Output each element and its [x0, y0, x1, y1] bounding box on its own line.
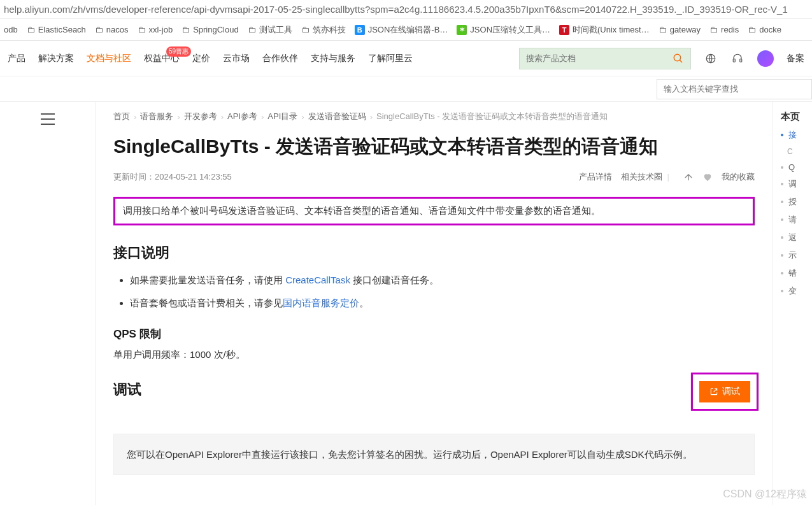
bookmark-item[interactable]: 🗀测试工具: [248, 24, 292, 36]
site-icon: T: [559, 25, 569, 35]
breadcrumb-item[interactable]: API参考: [227, 111, 257, 122]
breadcrumb: 首页› 语音服务› 开发参考› API参考› API目录› 发送语音验证码› S…: [113, 111, 755, 122]
share-icon[interactable]: [683, 172, 694, 182]
link-pricing[interactable]: 国内语音服务定价: [283, 297, 359, 308]
headset-icon[interactable]: [730, 52, 744, 66]
nav-badge: 59普惠: [166, 46, 191, 57]
bookmark-item[interactable]: ✶JSON压缩转义工具…: [457, 24, 550, 36]
outline-item[interactable]: 返: [781, 232, 808, 243]
external-icon: [709, 387, 718, 396]
bookmark-item[interactable]: 🗀ElasticSeach: [27, 25, 86, 34]
section-interface-heading: 接口说明: [113, 243, 755, 262]
folder-icon: 🗀: [709, 25, 718, 34]
outline-item[interactable]: 请: [781, 214, 808, 225]
outline-item[interactable]: Q: [781, 162, 808, 172]
breadcrumb-item[interactable]: 开发参考: [184, 111, 217, 122]
right-outline: 本页 接 C Q 调 授 请 返 示 错 变: [773, 102, 812, 505]
svg-line-1: [680, 60, 682, 62]
update-time: 2024-05-21 14:23:55: [155, 172, 232, 181]
link-createcalltask[interactable]: CreateCallTask: [285, 274, 350, 285]
nav-beian[interactable]: 备案: [787, 53, 804, 64]
outline-item[interactable]: 错: [781, 267, 808, 279]
nav-about[interactable]: 了解阿里云: [368, 53, 413, 64]
page-title: SingleCallByTts - 发送语音验证码或文本转语音类型的语音通知: [113, 134, 755, 160]
doc-search-input[interactable]: [657, 79, 812, 99]
folder-icon: 🗀: [138, 25, 146, 34]
secondary-bar: [0, 76, 812, 102]
folder-icon: 🗀: [248, 25, 256, 34]
folder-icon: 🗀: [301, 25, 310, 34]
qps-text: 单用户调用频率：1000 次/秒。: [113, 349, 755, 361]
browser-bookmarks: odb 🗀ElasticSeach 🗀nacos 🗀xxl-job 🗀Sprin…: [0, 19, 812, 41]
list-item: 语音套餐包或语音计费相关，请参见国内语音服务定价。: [130, 294, 755, 313]
bookmark-item[interactable]: 🗀gateway: [659, 25, 701, 34]
bookmark-item[interactable]: 🗀SpringCloud: [182, 25, 239, 34]
site-header: 产品 解决方案 文档与社区 权益中心 59普惠 定价 云市场 合作伙伴 支持与服…: [0, 41, 812, 76]
tech-circle-link[interactable]: 相关技术圈: [621, 171, 662, 183]
bookmark-item[interactable]: 🗀筑亦科技: [301, 24, 346, 36]
bookmark-item[interactable]: odb: [4, 25, 18, 34]
update-label: 更新时间：: [113, 171, 155, 183]
svg-point-0: [674, 54, 681, 61]
svg-rect-4: [740, 59, 742, 62]
site-icon: ✶: [457, 25, 467, 35]
debug-highlight: 调试: [691, 373, 759, 411]
nav-support[interactable]: 支持与服务: [311, 53, 355, 64]
outline-title: 本页: [781, 111, 808, 123]
outline-item[interactable]: 变: [781, 285, 808, 297]
svg-rect-3: [733, 59, 735, 62]
meta-row: 更新时间： 2024-05-21 14:23:55 产品详情 相关技术圈 | 我…: [113, 171, 755, 183]
my-favorites-link[interactable]: 我的收藏: [722, 171, 755, 183]
breadcrumb-item[interactable]: 发送语音验证码: [308, 111, 366, 122]
nav-market[interactable]: 云市场: [223, 53, 250, 64]
breadcrumb-item[interactable]: 语音服务: [140, 111, 173, 122]
nav-docs[interactable]: 文档与社区: [87, 53, 131, 64]
debug-button[interactable]: 调试: [699, 381, 750, 402]
nav-solutions[interactable]: 解决方案: [38, 53, 74, 64]
heart-icon[interactable]: [702, 172, 713, 182]
nav-product[interactable]: 产品: [8, 53, 25, 64]
folder-icon: 🗀: [748, 25, 756, 34]
menu-icon[interactable]: [41, 113, 55, 125]
site-icon: B: [355, 25, 365, 35]
browser-url-bar[interactable]: help.aliyun.com/zh/vms/developer-referen…: [0, 0, 812, 19]
folder-icon: 🗀: [27, 25, 35, 34]
product-detail-link[interactable]: 产品详情: [579, 171, 612, 183]
main-content: 首页› 语音服务› 开发参考› API参考› API目录› 发送语音验证码› S…: [96, 102, 773, 505]
folder-icon: 🗀: [659, 25, 667, 34]
outline-item[interactable]: 接: [781, 129, 808, 141]
section-qps-heading: QPS 限制: [113, 327, 755, 341]
url-text: help.aliyun.com/zh/vms/developer-referen…: [4, 4, 788, 15]
product-search[interactable]: [519, 48, 691, 69]
bookmark-item[interactable]: 🗀redis: [709, 25, 739, 34]
bookmark-item[interactable]: 🗀docke: [748, 25, 781, 34]
nav-benefits[interactable]: 权益中心 59普惠: [144, 53, 180, 64]
breadcrumb-current: SingleCallByTts - 发送语音验证码或文本转语音类型的语音通知: [376, 111, 608, 122]
bookmark-item[interactable]: 🗀xxl-job: [138, 25, 173, 34]
search-icon[interactable]: [666, 48, 690, 69]
bookmark-item[interactable]: 🗀nacos: [95, 25, 129, 34]
folder-icon: 🗀: [95, 25, 103, 34]
intro-highlight: 调用接口给单个被叫号码发送语音验证码、文本转语音类型的语音通知、语音通知文件中带…: [113, 197, 755, 225]
section-debug-heading: 调试: [113, 380, 755, 399]
interface-bullets: 如果需要批量发送语音任务，请使用 CreateCallTask 接口创建语音任务…: [113, 271, 755, 313]
left-sidebar: [0, 102, 96, 505]
product-search-input[interactable]: [520, 53, 666, 63]
bookmark-item[interactable]: BJSON在线编辑器-B…: [355, 24, 448, 36]
list-item: 如果需要批量发送语音任务，请使用 CreateCallTask 接口创建语音任务…: [130, 271, 755, 290]
outline-item-sub[interactable]: C: [781, 147, 808, 156]
doc-search[interactable]: [657, 79, 812, 99]
breadcrumb-item[interactable]: 首页: [113, 111, 130, 122]
outline-item[interactable]: 示: [781, 250, 808, 261]
nav-partners[interactable]: 合作伙伴: [262, 53, 298, 64]
outline-item[interactable]: 授: [781, 196, 808, 208]
folder-icon: 🗀: [182, 25, 190, 34]
nav-pricing[interactable]: 定价: [192, 53, 210, 64]
globe-icon[interactable]: [704, 52, 718, 66]
bookmark-item[interactable]: T时间戳(Unix timest…: [559, 24, 650, 36]
breadcrumb-item[interactable]: API目录: [267, 111, 297, 122]
debug-info-box: 您可以在OpenAPI Explorer中直接运行该接口，免去您计算签名的困扰。…: [113, 434, 755, 475]
avatar[interactable]: [757, 50, 774, 67]
outline-item[interactable]: 调: [781, 178, 808, 190]
